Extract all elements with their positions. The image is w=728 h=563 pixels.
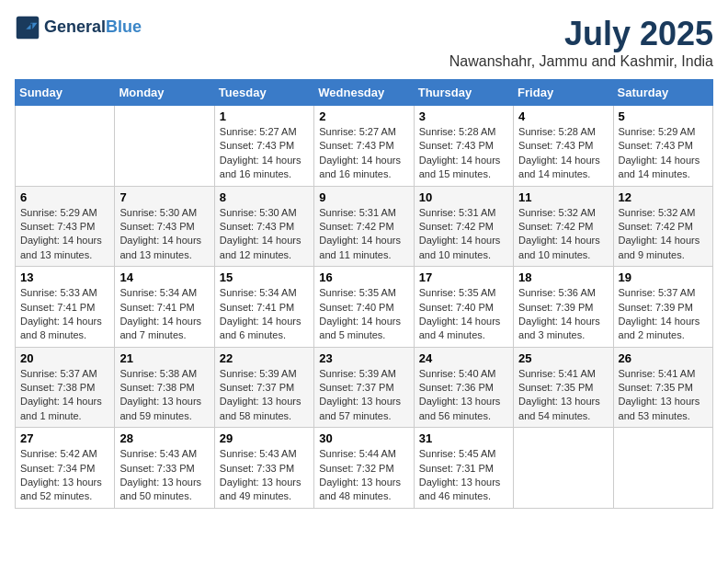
day-number: 25 [518,351,608,365]
logo-icon [15,15,40,40]
day-number: 20 [20,351,109,365]
day-info: Sunrise: 5:43 AM Sunset: 7:33 PM Dayligh… [119,447,209,504]
day-number: 22 [220,351,309,365]
calendar-cell: 27Sunrise: 5:42 AM Sunset: 7:34 PM Dayli… [16,428,115,509]
location-title: Nawanshahr, Jammu and Kashmir, India [449,53,713,70]
calendar-cell: 7Sunrise: 5:30 AM Sunset: 7:43 PM Daylig… [115,186,214,267]
day-number: 14 [119,270,209,284]
calendar-cell: 12Sunrise: 5:32 AM Sunset: 7:42 PM Dayli… [613,186,712,267]
weekday-header: Tuesday [214,80,313,106]
day-number: 11 [518,190,608,204]
day-info: Sunrise: 5:36 AM Sunset: 7:39 PM Dayligh… [518,286,608,343]
calendar-cell: 26Sunrise: 5:41 AM Sunset: 7:35 PM Dayli… [613,347,712,428]
day-info: Sunrise: 5:28 AM Sunset: 7:43 PM Dayligh… [419,125,508,182]
day-info: Sunrise: 5:33 AM Sunset: 7:41 PM Dayligh… [20,286,109,343]
day-number: 31 [419,431,508,445]
day-number: 29 [220,431,309,445]
calendar-cell: 5Sunrise: 5:29 AM Sunset: 7:43 PM Daylig… [613,106,712,187]
day-info: Sunrise: 5:28 AM Sunset: 7:43 PM Dayligh… [518,125,608,182]
calendar-cell: 30Sunrise: 5:44 AM Sunset: 7:32 PM Dayli… [314,428,414,509]
day-number: 2 [319,109,408,123]
day-info: Sunrise: 5:44 AM Sunset: 7:32 PM Dayligh… [319,447,408,504]
day-info: Sunrise: 5:34 AM Sunset: 7:41 PM Dayligh… [220,286,309,343]
weekday-header: Thursday [414,80,513,106]
day-info: Sunrise: 5:27 AM Sunset: 7:43 PM Dayligh… [319,125,408,182]
calendar-week-row: 6Sunrise: 5:29 AM Sunset: 7:43 PM Daylig… [16,186,713,267]
day-number: 26 [619,351,708,365]
calendar-cell: 9Sunrise: 5:31 AM Sunset: 7:42 PM Daylig… [314,186,414,267]
calendar-cell: 6Sunrise: 5:29 AM Sunset: 7:43 PM Daylig… [16,186,115,267]
calendar-cell: 3Sunrise: 5:28 AM Sunset: 7:43 PM Daylig… [414,106,513,187]
logo-text: GeneralBlue [44,18,142,37]
weekday-header: Saturday [613,80,712,106]
day-number: 3 [419,109,508,123]
day-info: Sunrise: 5:32 AM Sunset: 7:42 PM Dayligh… [619,206,708,263]
day-info: Sunrise: 5:27 AM Sunset: 7:43 PM Dayligh… [220,125,309,182]
page-header: GeneralBlue July 2025 Nawanshahr, Jammu … [15,15,713,70]
weekday-header: Friday [514,80,613,106]
calendar-cell: 23Sunrise: 5:39 AM Sunset: 7:37 PM Dayli… [314,347,414,428]
day-number: 4 [518,109,608,123]
logo: GeneralBlue [15,15,142,40]
day-info: Sunrise: 5:42 AM Sunset: 7:34 PM Dayligh… [20,447,109,504]
day-info: Sunrise: 5:41 AM Sunset: 7:35 PM Dayligh… [619,367,708,424]
title-block: July 2025 Nawanshahr, Jammu and Kashmir,… [449,15,713,70]
calendar-cell: 18Sunrise: 5:36 AM Sunset: 7:39 PM Dayli… [514,267,613,348]
calendar-cell: 8Sunrise: 5:30 AM Sunset: 7:43 PM Daylig… [214,186,313,267]
day-info: Sunrise: 5:31 AM Sunset: 7:42 PM Dayligh… [319,206,408,263]
day-number: 8 [220,190,309,204]
day-number: 5 [619,109,708,123]
day-info: Sunrise: 5:29 AM Sunset: 7:43 PM Dayligh… [20,206,109,263]
month-title: July 2025 [449,15,713,53]
day-info: Sunrise: 5:29 AM Sunset: 7:43 PM Dayligh… [619,125,708,182]
day-number: 28 [119,431,209,445]
calendar-cell: 21Sunrise: 5:38 AM Sunset: 7:38 PM Dayli… [115,347,214,428]
day-info: Sunrise: 5:30 AM Sunset: 7:43 PM Dayligh… [220,206,309,263]
calendar-cell: 13Sunrise: 5:33 AM Sunset: 7:41 PM Dayli… [16,267,115,348]
day-number: 19 [619,270,708,284]
calendar-cell [514,428,613,509]
day-number: 27 [20,431,109,445]
day-number: 7 [119,190,209,204]
day-number: 16 [319,270,408,284]
calendar-cell: 16Sunrise: 5:35 AM Sunset: 7:40 PM Dayli… [314,267,414,348]
day-info: Sunrise: 5:34 AM Sunset: 7:41 PM Dayligh… [119,286,209,343]
day-info: Sunrise: 5:45 AM Sunset: 7:31 PM Dayligh… [419,447,508,504]
calendar-cell: 14Sunrise: 5:34 AM Sunset: 7:41 PM Dayli… [115,267,214,348]
calendar-cell: 24Sunrise: 5:40 AM Sunset: 7:36 PM Dayli… [414,347,513,428]
day-number: 30 [319,431,408,445]
day-number: 12 [619,190,708,204]
day-number: 1 [220,109,309,123]
weekday-header: Sunday [16,80,115,106]
calendar-header-row: SundayMondayTuesdayWednesdayThursdayFrid… [16,80,713,106]
calendar-cell: 28Sunrise: 5:43 AM Sunset: 7:33 PM Dayli… [115,428,214,509]
day-number: 10 [419,190,508,204]
day-number: 13 [20,270,109,284]
calendar-cell: 4Sunrise: 5:28 AM Sunset: 7:43 PM Daylig… [514,106,613,187]
calendar-cell: 31Sunrise: 5:45 AM Sunset: 7:31 PM Dayli… [414,428,513,509]
calendar-cell: 10Sunrise: 5:31 AM Sunset: 7:42 PM Dayli… [414,186,513,267]
day-info: Sunrise: 5:39 AM Sunset: 7:37 PM Dayligh… [220,367,309,424]
day-info: Sunrise: 5:41 AM Sunset: 7:35 PM Dayligh… [518,367,608,424]
calendar-cell: 17Sunrise: 5:35 AM Sunset: 7:40 PM Dayli… [414,267,513,348]
day-info: Sunrise: 5:40 AM Sunset: 7:36 PM Dayligh… [419,367,508,424]
day-info: Sunrise: 5:32 AM Sunset: 7:42 PM Dayligh… [518,206,608,263]
day-info: Sunrise: 5:35 AM Sunset: 7:40 PM Dayligh… [419,286,508,343]
calendar-cell: 19Sunrise: 5:37 AM Sunset: 7:39 PM Dayli… [613,267,712,348]
day-number: 17 [419,270,508,284]
day-info: Sunrise: 5:30 AM Sunset: 7:43 PM Dayligh… [119,206,209,263]
calendar-week-row: 13Sunrise: 5:33 AM Sunset: 7:41 PM Dayli… [16,267,713,348]
calendar-cell: 11Sunrise: 5:32 AM Sunset: 7:42 PM Dayli… [514,186,613,267]
day-info: Sunrise: 5:37 AM Sunset: 7:38 PM Dayligh… [20,367,109,424]
calendar-week-row: 20Sunrise: 5:37 AM Sunset: 7:38 PM Dayli… [16,347,713,428]
calendar-cell [115,106,214,187]
day-number: 15 [220,270,309,284]
calendar-table: SundayMondayTuesdayWednesdayThursdayFrid… [15,79,713,509]
calendar-cell: 15Sunrise: 5:34 AM Sunset: 7:41 PM Dayli… [214,267,313,348]
day-info: Sunrise: 5:35 AM Sunset: 7:40 PM Dayligh… [319,286,408,343]
weekday-header: Wednesday [314,80,414,106]
day-number: 9 [319,190,408,204]
calendar-cell: 29Sunrise: 5:43 AM Sunset: 7:33 PM Dayli… [214,428,313,509]
calendar-cell [16,106,115,187]
day-number: 21 [119,351,209,365]
